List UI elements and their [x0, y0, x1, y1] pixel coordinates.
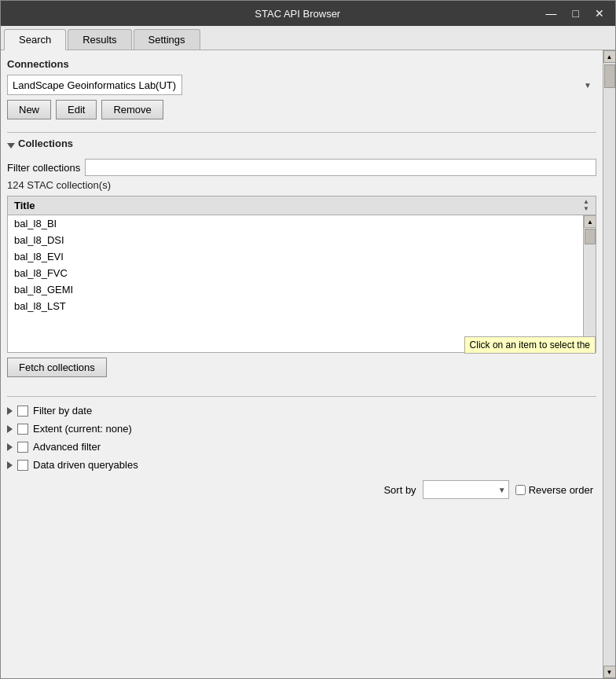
- reverse-order-wrapper: Reverse order: [515, 484, 593, 496]
- list-item[interactable]: bal_l8_DSI: [8, 232, 583, 248]
- sort-select[interactable]: [423, 480, 509, 499]
- list-scroll-up-button[interactable]: ▲: [584, 215, 596, 228]
- collections-label: Collections: [18, 138, 73, 149]
- tab-results[interactable]: Results: [68, 29, 131, 50]
- scroll-thumb[interactable]: [604, 64, 615, 88]
- tab-search[interactable]: Search: [4, 29, 66, 50]
- filter-collections-label: Filter collections: [7, 162, 80, 174]
- data-driven-queryables-section[interactable]: Data driven queryables: [7, 456, 596, 474]
- collections-section-header[interactable]: Collections: [7, 138, 596, 154]
- connection-select-wrapper: LandScape Geoinformatics Lab(UT) ▼: [7, 75, 596, 95]
- collection-list: bal_l8_BIbal_l8_DSIbal_l8_EVIbal_l8_FVCb…: [8, 215, 596, 352]
- collection-list-scrollbar: ▲ ▼: [583, 215, 596, 352]
- fetch-collections-button[interactable]: Fetch collections: [7, 358, 107, 377]
- data-driven-queryables-expand-icon: [7, 461, 13, 469]
- connection-select[interactable]: LandScape Geoinformatics Lab(UT): [7, 75, 182, 95]
- list-scroll-thumb[interactable]: [585, 229, 596, 244]
- filter-by-date-expand-icon: [7, 407, 13, 415]
- maximize-button[interactable]: □: [568, 6, 584, 21]
- list-item[interactable]: bal_l8_LST: [8, 298, 583, 314]
- advanced-filter-checkbox[interactable]: [17, 442, 28, 453]
- connections-label: Connections: [7, 58, 596, 70]
- sort-down-icon[interactable]: ▼: [583, 206, 589, 212]
- advanced-filter-label: Advanced filter: [33, 441, 101, 453]
- list-item[interactable]: bal_l8_GEMI: [8, 281, 583, 298]
- divider-1: [7, 132, 596, 133]
- extent-checkbox[interactable]: [17, 424, 28, 435]
- app-window: STAC API Browser — □ ✕ Search Results Se…: [0, 0, 616, 679]
- list-item[interactable]: bal_l8_FVC: [8, 265, 583, 281]
- scroll-down-button[interactable]: ▼: [603, 666, 616, 678]
- advanced-filter-section[interactable]: Advanced filter: [7, 438, 596, 456]
- filter-sections: Filter by date Extent (current: none) Ad…: [7, 402, 596, 474]
- collection-list-header: Title ▲ ▼: [8, 196, 596, 215]
- divider-2: [7, 396, 596, 397]
- extent-expand-icon: [7, 425, 13, 433]
- connection-select-arrow-icon: ▼: [584, 81, 592, 90]
- fetch-btn-wrapper: Fetch collections: [7, 358, 596, 377]
- extent-label: Extent (current: none): [33, 423, 132, 435]
- title-bar-controls: — □ ✕: [541, 6, 609, 21]
- filter-by-date-checkbox[interactable]: [17, 406, 28, 417]
- filter-collections-input[interactable]: [85, 159, 596, 176]
- remove-connection-button[interactable]: Remove: [101, 100, 163, 119]
- list-item[interactable]: bal_l8_BI: [8, 215, 583, 232]
- collection-count: 124 STAC collection(s): [7, 179, 596, 191]
- advanced-filter-expand-icon: [7, 443, 13, 451]
- main-scrollbar: ▲ ▼: [603, 50, 615, 678]
- sort-row: Sort by ▼ Reverse order: [7, 480, 596, 499]
- tab-bar: Search Results Settings: [1, 26, 615, 50]
- filter-by-date-section[interactable]: Filter by date: [7, 402, 596, 420]
- window-title: STAC API Browser: [54, 8, 541, 20]
- scroll-up-button[interactable]: ▲: [603, 50, 616, 63]
- connection-select-row: LandScape Geoinformatics Lab(UT) ▼: [7, 75, 596, 95]
- connection-buttons: New Edit Remove: [7, 100, 596, 119]
- collection-list-wrapper: Title ▲ ▼ bal_l8_BIbal_l8_DSIbal_l8_EVIb…: [7, 196, 596, 353]
- collections-expand-icon: [7, 143, 15, 149]
- new-connection-button[interactable]: New: [7, 100, 51, 119]
- edit-connection-button[interactable]: Edit: [56, 100, 97, 119]
- sort-select-wrapper: ▼: [423, 480, 509, 499]
- content-area: Connections LandScape Geoinformatics Lab…: [1, 50, 615, 678]
- collection-items: bal_l8_BIbal_l8_DSIbal_l8_EVIbal_l8_FVCb…: [8, 215, 583, 352]
- collection-tooltip: Click on an item to select the: [464, 336, 596, 354]
- extent-section[interactable]: Extent (current: none): [7, 420, 596, 438]
- sort-by-label: Sort by: [383, 484, 416, 496]
- list-item[interactable]: bal_l8_EVI: [8, 248, 583, 265]
- list-scroll-track: [584, 228, 596, 340]
- reverse-order-label: Reverse order: [529, 484, 593, 496]
- main-panel: Connections LandScape Geoinformatics Lab…: [1, 50, 603, 678]
- data-driven-queryables-checkbox[interactable]: [17, 460, 28, 471]
- collection-list-title-header: Title: [14, 200, 35, 211]
- collections-section: Collections Filter collections 124 STAC …: [7, 138, 596, 385]
- tab-settings[interactable]: Settings: [134, 29, 200, 50]
- data-driven-queryables-label: Data driven queryables: [33, 459, 138, 471]
- collection-sort-controls: ▲ ▼: [583, 199, 589, 212]
- title-bar: STAC API Browser — □ ✕: [1, 1, 615, 26]
- sort-up-icon[interactable]: ▲: [583, 199, 589, 205]
- reverse-order-checkbox[interactable]: [515, 485, 526, 495]
- filter-row: Filter collections: [7, 159, 596, 176]
- connections-section: Connections LandScape Geoinformatics Lab…: [7, 58, 596, 119]
- filter-by-date-label: Filter by date: [33, 405, 92, 417]
- minimize-button[interactable]: —: [541, 6, 562, 21]
- close-button[interactable]: ✕: [590, 6, 609, 21]
